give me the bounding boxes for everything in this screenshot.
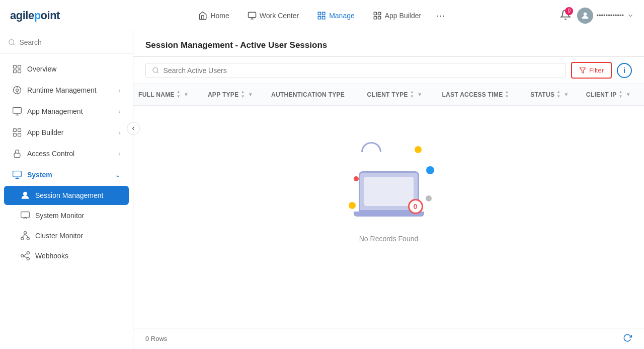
logo[interactable]: agilepoint <box>10 9 60 22</box>
svg-rect-25 <box>14 129 17 132</box>
sidebar-subitem-session-management[interactable]: Session Management <box>4 186 129 205</box>
svg-line-13 <box>13 44 15 45</box>
svg-rect-30 <box>13 171 22 177</box>
sidebar-item-runtime-management[interactable]: Runtime Management › <box>4 80 129 100</box>
search-input[interactable] <box>19 38 125 46</box>
sort-client-ip[interactable]: ▲▼ <box>619 90 623 99</box>
svg-rect-17 <box>18 70 21 73</box>
filter-client-ip-icon[interactable]: ▼ <box>626 92 631 97</box>
nav-manage[interactable]: Manage <box>310 7 362 24</box>
sidebar-item-runtime-label: Runtime Management <box>27 86 97 94</box>
filter-button[interactable]: Filter <box>571 62 612 79</box>
layout: Overview Runtime Management › App Manage… <box>0 31 644 349</box>
deco-dot-yellow-top <box>415 146 422 153</box>
table-body: 0 No Records Found <box>133 105 644 273</box>
table-header: FULL NAME ▲▼ ▼ APP TYPE ▲ <box>133 84 644 105</box>
sidebar-item-system[interactable]: System ⌄ <box>4 165 129 185</box>
nav-links: Home Work Center Manage App Builder ··· <box>80 7 560 24</box>
empty-state-cell: 0 No Records Found <box>133 105 644 273</box>
svg-point-37 <box>27 237 29 240</box>
logo-text: agilepoint <box>10 9 60 22</box>
col-full-name: FULL NAME ▲▼ ▼ <box>133 84 203 105</box>
chevron-system-icon: ⌄ <box>115 171 121 179</box>
sidebar-item-system-label: System <box>27 171 52 179</box>
active-users-search-box[interactable] <box>145 63 566 78</box>
sort-full-name[interactable]: ▲▼ <box>177 90 181 99</box>
sidebar-search-area <box>0 31 133 54</box>
sort-status[interactable]: ▲▼ <box>556 90 560 99</box>
col-last-access: LAST ACCESS TIME ▲▼ <box>437 84 525 105</box>
svg-point-40 <box>21 255 24 257</box>
active-users-search-input[interactable] <box>164 66 560 75</box>
table-container: FULL NAME ▲▼ ▼ APP TYPE ▲ <box>133 84 644 328</box>
svg-rect-34 <box>21 212 30 218</box>
col-client-type: CLIENT TYPE ▲▼ ▼ <box>362 84 437 105</box>
sidebar-subitem-webhooks[interactable]: Webhooks <box>4 246 129 265</box>
sidebar-item-app-management[interactable]: App Management › <box>4 101 129 121</box>
webhooks-icon <box>20 251 30 261</box>
deco-dot-blue <box>426 166 434 174</box>
sidebar-subitem-system-monitor[interactable]: System Monitor <box>4 206 129 225</box>
nav-more[interactable]: ··· <box>432 8 449 23</box>
nav-appbuilder[interactable]: App Builder <box>366 7 428 24</box>
sidebar-item-access-control[interactable]: Access Control › <box>4 144 129 164</box>
home-icon <box>198 11 207 20</box>
runtime-icon <box>12 85 22 95</box>
main-header: Session Management - Active User Session… <box>133 31 644 57</box>
deco-dot-red <box>354 176 359 181</box>
search-users-icon <box>152 66 159 74</box>
col-client-type-label: CLIENT TYPE <box>367 91 408 98</box>
filter-full-name-icon[interactable]: ▼ <box>184 92 189 97</box>
user-area[interactable]: •••••••••••• <box>577 8 634 24</box>
empty-state-text: No Records Found <box>359 235 419 243</box>
sort-app-type[interactable]: ▲▼ <box>240 90 245 99</box>
refresh-button[interactable] <box>623 333 632 344</box>
monitor-icon <box>248 11 257 20</box>
info-button[interactable]: i <box>617 63 632 78</box>
svg-line-46 <box>157 72 158 73</box>
col-client-ip-label: CLIENT IP <box>586 91 617 98</box>
deco-arc <box>361 142 381 152</box>
svg-point-45 <box>153 67 158 73</box>
svg-line-38 <box>22 234 25 238</box>
page-title: Session Management - Active User Session… <box>145 40 632 50</box>
svg-point-41 <box>27 252 29 254</box>
svg-point-19 <box>16 89 19 92</box>
filter-status-icon[interactable]: ▼ <box>564 92 569 97</box>
filter-icon <box>579 67 586 74</box>
chevron-left-icon <box>130 125 136 131</box>
sidebar-item-app-builder[interactable]: App Builder › <box>4 122 129 143</box>
system-icon <box>12 170 22 180</box>
svg-rect-26 <box>18 129 21 132</box>
user-name: •••••••••••• <box>596 12 624 19</box>
filter-app-type-icon[interactable]: ▼ <box>248 92 253 97</box>
sidebar-subitem-cluster-monitor[interactable]: Cluster Monitor <box>4 226 129 245</box>
col-app-type: APP TYPE ▲▼ ▼ <box>203 84 266 105</box>
rows-count: 0 Rows <box>145 335 167 342</box>
zero-badge: 0 <box>408 199 423 214</box>
filter-client-type-icon[interactable]: ▼ <box>417 92 422 97</box>
manage-icon <box>317 11 326 20</box>
chevron-down-icon <box>627 12 634 19</box>
sidebar-item-access-control-label: Access Control <box>27 150 74 158</box>
nav-workcenter[interactable]: Work Center <box>240 7 306 24</box>
toolbar: Filter i <box>133 57 644 84</box>
nav-home[interactable]: Home <box>191 7 236 24</box>
sidebar-item-app-builder-label: App Builder <box>27 128 63 136</box>
overview-icon <box>12 64 22 74</box>
svg-rect-27 <box>14 133 17 136</box>
svg-point-42 <box>27 257 29 260</box>
topnav: agilepoint Home Work Center Manage App B… <box>0 0 644 31</box>
empty-state: 0 No Records Found <box>133 106 644 273</box>
filter-button-label: Filter <box>589 66 604 74</box>
col-status: STATUS ▲▼ ▼ <box>525 84 581 105</box>
nav-home-label: Home <box>210 12 229 20</box>
sidebar-item-overview[interactable]: Overview <box>4 59 129 79</box>
notification-button[interactable]: 0 <box>560 9 571 22</box>
sort-client-type[interactable]: ▲▼ <box>410 90 414 99</box>
sidebar-collapse-button[interactable] <box>127 122 140 135</box>
sort-last-access[interactable]: ▲▼ <box>505 90 509 99</box>
col-client-ip: CLIENT IP ▲▼ ▼ <box>581 84 644 105</box>
main-content: Session Management - Active User Session… <box>133 31 644 349</box>
svg-point-12 <box>9 40 14 45</box>
